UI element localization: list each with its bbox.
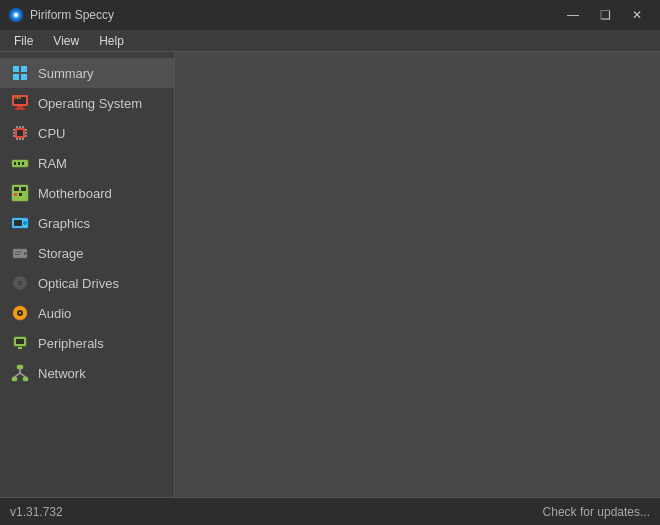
audio-sidebar-icon [10, 303, 30, 323]
svg-point-49 [19, 312, 21, 314]
svg-rect-30 [18, 162, 20, 165]
menu-view[interactable]: View [43, 32, 89, 50]
sidebar-item-motherboard[interactable]: Motherboard [0, 178, 174, 208]
graphics-sidebar-icon [10, 213, 30, 233]
window-controls: — ❑ ✕ [558, 4, 652, 26]
minimize-button[interactable]: — [558, 4, 588, 26]
close-button[interactable]: ✕ [622, 4, 652, 26]
sidebar-item-summary[interactable]: Summary [0, 58, 174, 88]
sidebar-label-optical-drives: Optical Drives [38, 276, 119, 291]
optical-drives-sidebar-icon [10, 273, 30, 293]
sidebar-label-operating-system: Operating System [38, 96, 142, 111]
sidebar-label-cpu: CPU [38, 126, 65, 141]
titlebar: Piriform Speccy — ❑ ✕ [0, 0, 660, 30]
operating-system-sidebar-icon [10, 93, 30, 113]
svg-rect-4 [21, 66, 27, 72]
svg-rect-38 [14, 220, 22, 226]
sidebar-item-graphics[interactable]: Graphics [0, 208, 174, 238]
svg-rect-9 [15, 108, 25, 110]
cpu-sidebar-icon [10, 123, 30, 143]
svg-point-39 [23, 221, 27, 225]
network-sidebar-icon [10, 363, 30, 383]
summary-sidebar-icon [10, 63, 30, 83]
svg-rect-55 [23, 377, 28, 381]
svg-rect-42 [15, 252, 22, 253]
content-panel [175, 52, 660, 497]
svg-point-46 [19, 282, 21, 284]
svg-rect-3 [13, 66, 19, 72]
peripherals-sidebar-icon [10, 333, 30, 353]
svg-rect-15 [17, 130, 23, 136]
svg-rect-29 [14, 162, 16, 165]
svg-point-12 [17, 97, 19, 99]
sidebar-item-audio[interactable]: Audio [0, 298, 174, 328]
ram-sidebar-icon [10, 153, 30, 173]
sidebar: SummaryOperating SystemCPURAMMotherboard… [0, 52, 175, 497]
svg-rect-8 [17, 106, 23, 108]
svg-rect-35 [14, 193, 17, 196]
sidebar-label-audio: Audio [38, 306, 71, 321]
svg-rect-54 [12, 377, 17, 381]
sidebar-item-cpu[interactable]: CPU [0, 118, 174, 148]
svg-rect-43 [15, 254, 20, 255]
svg-rect-5 [13, 74, 19, 80]
sidebar-label-peripherals: Peripherals [38, 336, 104, 351]
svg-point-2 [14, 13, 18, 17]
check-updates-link[interactable]: Check for updates... [543, 505, 650, 519]
svg-line-57 [15, 373, 21, 377]
svg-point-11 [14, 97, 16, 99]
svg-rect-36 [19, 193, 22, 196]
statusbar: v1.31.732 Check for updates... [0, 497, 660, 525]
sidebar-item-network[interactable]: Network [0, 358, 174, 388]
svg-line-58 [20, 373, 26, 377]
sidebar-label-summary: Summary [38, 66, 94, 81]
svg-rect-51 [16, 339, 24, 344]
svg-point-13 [19, 97, 21, 99]
sidebar-label-ram: RAM [38, 156, 67, 171]
sidebar-item-storage[interactable]: Storage [0, 238, 174, 268]
app-icon [8, 7, 24, 23]
svg-rect-34 [21, 187, 26, 191]
menu-help[interactable]: Help [89, 32, 134, 50]
motherboard-sidebar-icon [10, 183, 30, 203]
menubar: File View Help [0, 30, 660, 52]
svg-point-41 [24, 252, 27, 255]
main-container: SummaryOperating SystemCPURAMMotherboard… [0, 52, 660, 497]
sidebar-label-motherboard: Motherboard [38, 186, 112, 201]
menu-file[interactable]: File [4, 32, 43, 50]
app-title: Piriform Speccy [30, 8, 558, 22]
svg-rect-6 [21, 74, 27, 80]
svg-rect-52 [18, 347, 22, 349]
storage-sidebar-icon [10, 243, 30, 263]
sidebar-label-graphics: Graphics [38, 216, 90, 231]
svg-rect-31 [22, 162, 24, 165]
svg-rect-53 [17, 365, 23, 369]
sidebar-item-optical-drives[interactable]: Optical Drives [0, 268, 174, 298]
sidebar-item-peripherals[interactable]: Peripherals [0, 328, 174, 358]
version-label: v1.31.732 [10, 505, 63, 519]
sidebar-label-storage: Storage [38, 246, 84, 261]
sidebar-label-network: Network [38, 366, 86, 381]
maximize-button[interactable]: ❑ [590, 4, 620, 26]
sidebar-item-ram[interactable]: RAM [0, 148, 174, 178]
sidebar-item-operating-system[interactable]: Operating System [0, 88, 174, 118]
svg-rect-33 [14, 187, 19, 191]
